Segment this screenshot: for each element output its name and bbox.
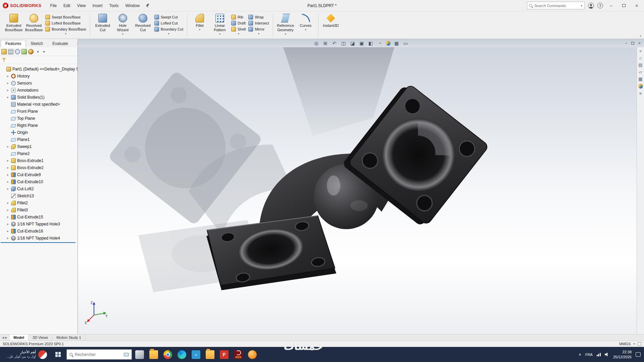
tree-item[interactable]: ▸ Cut-Extrude10 <box>0 178 78 185</box>
formula-app-icon[interactable]: F <box>217 347 231 362</box>
expand-arrow-icon[interactable]: ▸ <box>6 236 10 240</box>
ribbon-button[interactable]: Intersect <box>247 20 270 25</box>
collapse-ribbon-icon[interactable]: ▴ <box>640 34 641 37</box>
ribbon-button[interactable]: Lofted Cut <box>153 20 185 25</box>
ribbon-button[interactable]: Instant3D ▾ <box>321 12 341 39</box>
expand-arrow-icon[interactable]: ▸ <box>6 74 10 78</box>
ribbon-button[interactable]: Linear Pattern ▾ <box>210 12 230 39</box>
ribbon-button[interactable]: Hole Wizard ▾ <box>113 12 133 39</box>
tree-item[interactable]: ▸ 1/16 NPT Tapped Hole3 <box>0 220 78 227</box>
propertymanager-tab-icon[interactable] <box>8 49 13 54</box>
design-library-icon[interactable]: ▤ <box>638 63 642 67</box>
menu-item[interactable]: Window <box>122 2 143 10</box>
tree-item[interactable]: ▸ Cut-Extrude9 <box>0 171 78 178</box>
appearances-icon[interactable] <box>638 84 643 89</box>
menu-item[interactable]: Tools <box>106 2 122 10</box>
graphics-area[interactable]: Z Y X <box>78 47 637 334</box>
expand-arrow-icon[interactable]: ▸ <box>6 166 10 169</box>
folder-icon[interactable] <box>203 347 217 362</box>
action-center-icon[interactable] <box>636 352 641 357</box>
tree-item[interactable]: ▸ Plane1 <box>0 136 78 143</box>
scroll-tabs-right-icon[interactable]: ▶ <box>5 336 7 339</box>
ribbon-button[interactable]: Boundary Boss/Base <box>44 27 88 32</box>
tree-item[interactable]: ▸ Solid Bodies(1) <box>0 94 78 101</box>
expand-arrow-icon[interactable]: ▸ <box>6 159 10 162</box>
media-app-icon[interactable] <box>133 347 147 362</box>
dropdown-arrow-icon[interactable]: ▾ <box>305 28 306 31</box>
edit-appearance-icon[interactable] <box>386 41 391 46</box>
tree-item[interactable]: ▸ 1/16 NPT Tapped Hole4 <box>0 235 78 242</box>
wifi-icon[interactable] <box>597 353 601 356</box>
command-search-box[interactable]: ▾ <box>527 2 585 9</box>
hide-show-items-icon[interactable]: ◔ <box>377 41 383 46</box>
expand-arrow-icon[interactable]: ▸ <box>6 187 10 191</box>
doc-close-button[interactable]: × <box>638 41 641 46</box>
expand-arrow-icon[interactable]: ▸ <box>6 88 10 92</box>
expand-arrow-icon[interactable]: ▸ <box>6 215 10 219</box>
ribbon-button[interactable]: Extruded Boss/Base ▾ <box>4 12 24 39</box>
solidworks-2023-icon[interactable]: 2023 <box>231 347 245 362</box>
document-tab[interactable]: Motion Study 1 <box>52 334 85 341</box>
ribbon-button[interactable]: Revolved Boss/Base ▾ <box>24 12 44 39</box>
ribbon-button[interactable]: Mirror <box>247 27 270 32</box>
tree-item[interactable]: ▸ History <box>0 72 78 80</box>
units-label[interactable]: MMGS <box>619 342 631 346</box>
dropdown-arrow-icon[interactable]: ▾ <box>153 32 185 35</box>
taskbar-search-box[interactable] <box>66 349 132 360</box>
document-tab[interactable]: Model <box>9 334 29 341</box>
language-indicator[interactable]: FRA <box>585 353 593 357</box>
user-account-icon[interactable] <box>588 3 594 9</box>
display-style-icon[interactable]: ◧ <box>368 41 374 46</box>
tree-item[interactable]: ▸ Sensors <box>0 80 78 87</box>
expand-arrow-icon[interactable]: ▸ <box>6 173 10 176</box>
configurationmanager-tab-icon[interactable] <box>15 49 20 54</box>
doc-restore-button[interactable] <box>631 42 634 45</box>
ribbon-button[interactable]: Revolved Cut ▾ <box>133 12 153 39</box>
ribbon-button[interactable]: Fillet ▾ <box>190 12 210 39</box>
volume-icon[interactable] <box>605 353 609 357</box>
tree-item[interactable]: ▸ Fillet3 <box>0 206 78 213</box>
expand-arrow-icon[interactable]: ▸ <box>6 81 10 85</box>
dropdown-arrow-icon[interactable]: ▾ <box>285 33 286 36</box>
tree-item[interactable]: ▸ Annotations <box>0 87 78 94</box>
search-dropdown-icon[interactable]: ▾ <box>581 4 582 7</box>
tree-item[interactable]: ▸ Cut-Extrude15 <box>0 213 78 220</box>
minimize-button[interactable]: − <box>606 2 616 10</box>
ribbon-button[interactable]: Curves ▾ <box>296 12 316 39</box>
edge-icon[interactable] <box>175 347 189 362</box>
tree-item[interactable]: ▸ Material <not specified> <box>0 101 78 108</box>
units-dropdown-icon[interactable]: ▾ <box>633 342 635 346</box>
ribbon-button[interactable]: Rib <box>230 14 247 19</box>
ribbon-button[interactable]: Lofted Boss/Base <box>44 20 88 25</box>
dropdown-arrow-icon[interactable]: ▾ <box>122 33 123 36</box>
previous-view-icon[interactable]: ↶ <box>332 41 338 46</box>
expand-arrow-icon[interactable]: ▸ <box>6 145 10 148</box>
tree-item[interactable]: ▸ Right Plane <box>0 122 78 129</box>
command-search-input[interactable] <box>534 4 579 8</box>
menu-item[interactable]: Edit <box>60 2 74 10</box>
commandmanager-tab[interactable]: Evaluate <box>48 40 73 47</box>
dropdown-arrow-icon[interactable]: ▾ <box>230 32 247 35</box>
tree-item[interactable]: ▸ Cut-Loft2 <box>0 185 78 192</box>
maximize-button[interactable] <box>619 2 629 10</box>
3d-model-canvas[interactable] <box>78 47 637 334</box>
news-widget[interactable]: أهم الأخبار أول رد من كولر عل... <box>0 350 50 359</box>
dropdown-arrow-icon[interactable]: ▾ <box>44 32 88 35</box>
featuremanager-tab-icon[interactable] <box>1 49 7 54</box>
chrome-icon[interactable] <box>161 347 175 362</box>
tree-item[interactable]: ▸ Cut-Extrude16 <box>0 227 78 235</box>
tree-item[interactable]: ▸ Origin <box>0 129 78 136</box>
file-explorer-icon[interactable] <box>147 347 161 362</box>
tree-item[interactable]: ▸ Fillet2 <box>0 199 78 206</box>
custom-properties-icon[interactable]: ≡ <box>639 91 642 96</box>
tree-item[interactable]: ▸ Sweep1 <box>0 143 78 150</box>
scroll-tabs-left-icon[interactable]: ◀ <box>2 336 4 339</box>
taskbar-search-input[interactable] <box>75 352 121 357</box>
hidden-icons-chevron[interactable]: ∧ <box>579 352 581 357</box>
tree-item[interactable]: ▸ Plane2 <box>0 150 78 157</box>
collapse-taskpane-icon[interactable]: « <box>639 49 642 53</box>
tab-scroll-right-icon[interactable]: ▸ <box>42 49 47 54</box>
dimxpertmanager-tab-icon[interactable] <box>21 49 27 54</box>
ribbon-button[interactable]: Reference Geometry ▾ <box>276 12 296 39</box>
commandmanager-tab[interactable]: Sketch <box>26 40 48 47</box>
